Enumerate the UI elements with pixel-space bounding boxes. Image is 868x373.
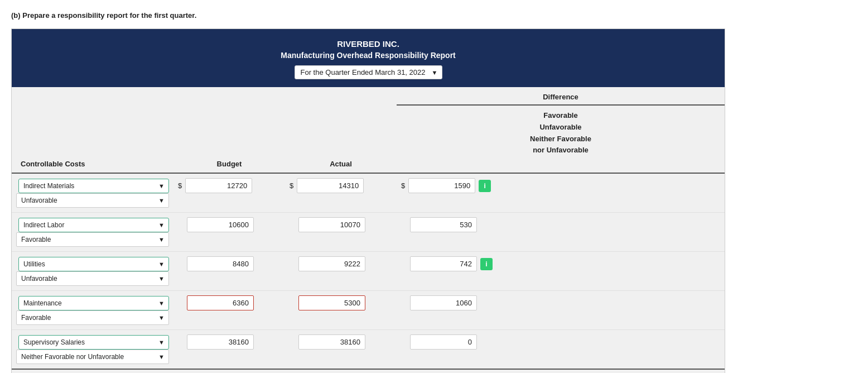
- dollar-sign: $: [290, 181, 293, 190]
- diff-cell: [397, 334, 725, 350]
- dollar-sign: $: [178, 181, 182, 190]
- diff-cell: [397, 295, 725, 310]
- diff-select-wrapper[interactable]: FavorableUnfavorableNeither Favorable no…: [16, 271, 169, 286]
- actual-cell: [285, 256, 397, 271]
- report-title: Manufacturing Overhead Responsibility Re…: [23, 51, 713, 60]
- diff-type-select[interactable]: FavorableUnfavorableNeither Favorable no…: [16, 193, 169, 208]
- actual-input[interactable]: [298, 295, 365, 310]
- diff-sub-header: Favorable Unfavorable Neither Favorable …: [397, 106, 725, 156]
- cost-select-wrapper[interactable]: Supervisory Salaries▼: [18, 335, 169, 350]
- table-row: Supervisory Salaries▼FavorableUnfavorabl…: [12, 330, 725, 369]
- diff-input[interactable]: [410, 334, 477, 350]
- diff-select-cell[interactable]: FavorableUnfavorableNeither Favorable no…: [12, 232, 173, 247]
- actual-input[interactable]: [298, 256, 365, 271]
- diff-cell: i: [397, 256, 725, 271]
- col-header-diff-label: [397, 160, 725, 168]
- budget-cell: [173, 295, 285, 310]
- cost-select[interactable]: Indirect Materials: [18, 179, 169, 193]
- report-container: RIVERBED INC. Manufacturing Overhead Res…: [11, 28, 725, 373]
- diff-type-select[interactable]: FavorableUnfavorableNeither Favorable no…: [16, 310, 169, 325]
- diff-cell: $i: [397, 178, 725, 193]
- budget-input[interactable]: [187, 334, 254, 350]
- main-headers-row: Controllable Costs Budget Actual: [12, 156, 725, 174]
- info-button[interactable]: i: [480, 258, 493, 270]
- cost-select-wrapper[interactable]: Maintenance▼: [18, 296, 169, 310]
- date-select-container[interactable]: For the Quarter Ended March 31, 2022For …: [295, 65, 442, 79]
- diff-select-wrapper[interactable]: FavorableUnfavorableNeither Favorable no…: [16, 193, 169, 208]
- cost-select[interactable]: Indirect Labor: [18, 218, 169, 232]
- budget-input[interactable]: [187, 295, 254, 310]
- col-header-budget: Budget: [173, 160, 285, 168]
- budget-input[interactable]: [187, 217, 254, 232]
- actual-input[interactable]: [297, 178, 364, 193]
- cost-select[interactable]: Supervisory Salaries: [18, 335, 169, 350]
- diff-cell: [397, 217, 725, 232]
- header-area: Difference Favorable Unfavorable Neither…: [12, 87, 725, 174]
- cost-select-wrapper[interactable]: Utilities▼: [18, 257, 169, 271]
- diff-type-select[interactable]: FavorableUnfavorableNeither Favorable no…: [16, 271, 169, 286]
- cost-select-wrapper[interactable]: Indirect Materials▼: [18, 179, 169, 193]
- actual-cell: $: [285, 178, 397, 193]
- table-row: Maintenance▼FavorableUnfavorableNeither …: [12, 291, 725, 330]
- difference-header: Difference: [397, 87, 725, 106]
- table-row: Indirect Labor▼FavorableUnfavorableNeith…: [12, 213, 725, 252]
- budget-cell: $: [173, 178, 285, 193]
- actual-cell: [285, 334, 397, 350]
- top-diff-row: Difference: [12, 87, 725, 106]
- sub-diff-row: Favorable Unfavorable Neither Favorable …: [12, 106, 725, 156]
- intro-text: (b) Prepare a responsibility report for …: [11, 11, 857, 20]
- diff-select-cell[interactable]: FavorableUnfavorableNeither Favorable no…: [12, 310, 173, 325]
- budget-cell: [173, 334, 285, 350]
- budget-cell: [173, 217, 285, 232]
- diff-input[interactable]: [410, 256, 477, 271]
- diff-select-cell[interactable]: FavorableUnfavorableNeither Favorable no…: [12, 350, 173, 364]
- diff-input[interactable]: [410, 217, 477, 232]
- table-row: Utilities▼iFavorableUnfavorableNeither F…: [12, 252, 725, 291]
- report-header: RIVERBED INC. Manufacturing Overhead Res…: [12, 29, 725, 87]
- diff-type-select[interactable]: FavorableUnfavorableNeither Favorable no…: [16, 232, 169, 247]
- actual-cell: [285, 217, 397, 232]
- diff-select-wrapper[interactable]: FavorableUnfavorableNeither Favorable no…: [16, 310, 169, 325]
- col-header-controllable: Controllable Costs: [12, 160, 173, 168]
- diff-select-wrapper[interactable]: FavorableUnfavorableNeither Favorable no…: [16, 232, 169, 247]
- diff-input[interactable]: [410, 295, 477, 310]
- cost-select[interactable]: Maintenance: [18, 296, 169, 310]
- cost-select-wrapper[interactable]: Indirect Labor▼: [18, 218, 169, 232]
- data-rows: Indirect Materials▼$$$iFavorableUnfavora…: [12, 174, 725, 369]
- table-row: Indirect Materials▼$$$iFavorableUnfavora…: [12, 174, 725, 213]
- actual-input[interactable]: [298, 217, 365, 232]
- total-data-row: $$$iFavorableUnfavorableNeither Favorabl…: [12, 369, 725, 373]
- diff-select-wrapper[interactable]: FavorableUnfavorableNeither Favorable no…: [16, 350, 169, 364]
- actual-cell: [285, 295, 397, 310]
- date-select[interactable]: For the Quarter Ended March 31, 2022For …: [295, 65, 442, 79]
- info-button[interactable]: i: [479, 180, 491, 192]
- date-select-wrapper: For the Quarter Ended March 31, 2022For …: [295, 65, 442, 79]
- budget-input[interactable]: [185, 178, 252, 193]
- diff-input[interactable]: [408, 178, 475, 193]
- diff-select-cell[interactable]: FavorableUnfavorableNeither Favorable no…: [12, 271, 173, 286]
- company-name: RIVERBED INC.: [23, 39, 713, 49]
- budget-input[interactable]: [187, 256, 254, 271]
- diff-select-cell[interactable]: FavorableUnfavorableNeither Favorable no…: [12, 193, 173, 208]
- budget-cell: [173, 256, 285, 271]
- diff-type-select[interactable]: FavorableUnfavorableNeither Favorable no…: [16, 350, 169, 364]
- dollar-sign: $: [401, 181, 405, 190]
- actual-input[interactable]: [298, 334, 365, 350]
- cost-select[interactable]: Utilities: [18, 257, 169, 271]
- col-header-actual: Actual: [285, 160, 397, 168]
